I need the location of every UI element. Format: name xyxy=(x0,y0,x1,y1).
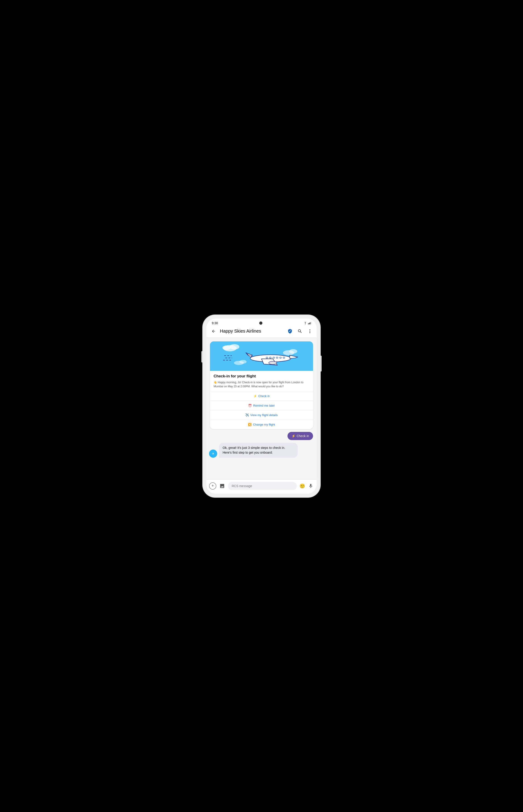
svg-rect-24 xyxy=(279,357,282,358)
svg-point-6 xyxy=(309,331,310,332)
svg-text:✈: ✈ xyxy=(212,452,215,455)
svg-rect-1 xyxy=(308,323,308,324)
search-button[interactable] xyxy=(297,328,303,334)
mic-button[interactable] xyxy=(308,483,314,489)
flight-checkin-card: Check-in for your flight 👋 Happy morning… xyxy=(210,341,313,429)
svg-rect-21 xyxy=(269,357,271,358)
search-icon xyxy=(297,329,302,334)
user-message: ⚡ Check in xyxy=(209,432,313,440)
mic-icon xyxy=(308,483,313,488)
airplane-illustration xyxy=(210,341,313,371)
svg-point-7 xyxy=(309,332,310,333)
bot-message-text: Ok, great! It's just 3 simple steps to c… xyxy=(223,446,285,454)
view-flight-action-button[interactable]: ✈️ View my flight details xyxy=(210,410,313,420)
card-hero-image xyxy=(210,341,313,371)
flight-details-icon: ✈️ xyxy=(245,413,249,417)
input-bar: + 🙂 xyxy=(206,480,317,494)
bot-logo-icon: ✈ xyxy=(210,450,216,457)
svg-rect-4 xyxy=(311,322,311,324)
back-arrow-icon xyxy=(211,329,216,333)
change-flight-action-button[interactable]: 🔀 Change my flight xyxy=(210,420,313,429)
checkin-action-label: Check in xyxy=(258,394,270,398)
user-bubble: ⚡ Check in xyxy=(288,432,313,440)
svg-point-0 xyxy=(305,324,306,324)
svg-point-15 xyxy=(239,360,247,364)
status-time: 9:30 xyxy=(212,321,218,325)
svg-rect-25 xyxy=(283,357,285,358)
svg-rect-3 xyxy=(310,322,310,324)
change-flight-icon: 🔀 xyxy=(248,423,252,426)
svg-point-11 xyxy=(222,345,231,350)
bot-message: ✈ Ok, great! It's just 3 simple steps to… xyxy=(209,443,314,458)
phone-device: 9:30 xyxy=(203,315,320,497)
chat-area[interactable]: Check-in for your flight 👋 Happy morning… xyxy=(206,338,317,480)
checkin-action-button[interactable]: ⚡ Check in xyxy=(210,392,313,401)
plus-icon: + xyxy=(212,483,214,488)
phone-screen: 9:30 xyxy=(206,318,317,494)
app-bar-actions xyxy=(287,328,313,334)
app-bar: Happy Skies Airlines xyxy=(206,326,317,338)
camera-dot xyxy=(259,322,263,325)
wifi-icon xyxy=(304,322,307,325)
svg-point-5 xyxy=(309,329,310,330)
remind-action-label: Remind me later xyxy=(253,404,275,407)
user-message-icon: ⚡ xyxy=(292,434,295,438)
shield-verified-icon xyxy=(288,329,292,334)
back-button[interactable] xyxy=(210,328,217,335)
verified-shield-button[interactable] xyxy=(287,328,293,334)
remind-action-icon: ⏰ xyxy=(248,404,252,407)
card-title: Check-in for your flight xyxy=(214,374,309,379)
message-input[interactable] xyxy=(228,482,297,490)
svg-point-10 xyxy=(229,344,239,349)
svg-rect-2 xyxy=(309,323,309,324)
status-icons xyxy=(304,322,311,325)
card-body: 👋 Happy morning, Jo! Check-in is now ope… xyxy=(214,380,309,388)
flight-details-label: View my flight details xyxy=(250,413,277,417)
bot-avatar: ✈ xyxy=(209,450,217,458)
user-message-text: Check in xyxy=(297,434,309,438)
svg-point-26 xyxy=(269,361,277,364)
svg-point-13 xyxy=(289,349,297,353)
image-icon xyxy=(219,483,225,489)
change-flight-label: Change my flight xyxy=(253,423,275,426)
svg-rect-23 xyxy=(276,357,278,358)
svg-rect-20 xyxy=(266,357,268,358)
image-attach-button[interactable] xyxy=(219,482,226,489)
card-actions: ⚡ Check in ⏰ Remind me later ✈️ View my … xyxy=(210,391,313,429)
svg-rect-22 xyxy=(273,357,275,358)
add-attachment-button[interactable]: + xyxy=(209,482,216,489)
emoji-icon: 🙂 xyxy=(300,483,305,489)
status-bar: 9:30 xyxy=(206,318,317,326)
signal-icon xyxy=(308,322,311,325)
remind-later-action-button[interactable]: ⏰ Remind me later xyxy=(210,401,313,410)
emoji-button[interactable]: 🙂 xyxy=(299,483,305,489)
app-title: Happy Skies Airlines xyxy=(220,329,284,334)
more-vert-icon xyxy=(307,329,312,334)
card-content: Check-in for your flight 👋 Happy morning… xyxy=(210,371,313,388)
more-options-button[interactable] xyxy=(307,328,313,334)
checkin-action-icon: ⚡ xyxy=(253,394,257,398)
bot-bubble: Ok, great! It's just 3 simple steps to c… xyxy=(219,443,297,458)
